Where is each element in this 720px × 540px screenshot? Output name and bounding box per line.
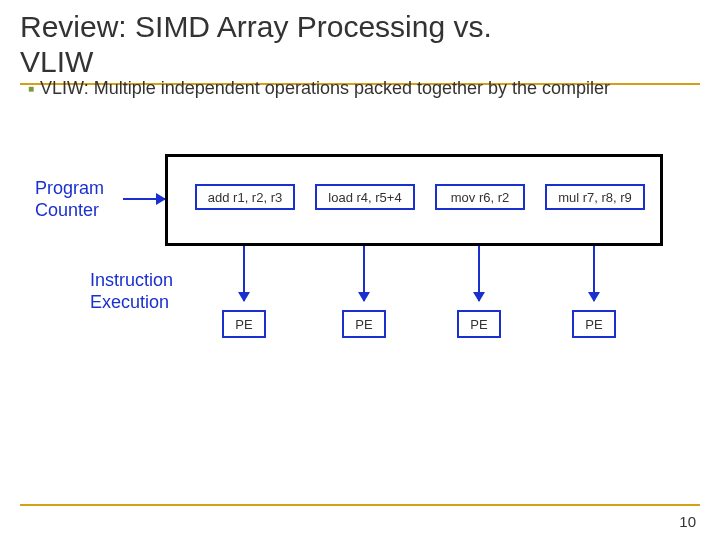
op-mul: mul r7, r8, r9: [545, 184, 645, 210]
label-program: Program: [35, 178, 104, 200]
arrow-to-pe2: [363, 246, 365, 301]
arrow-to-pe4: [593, 246, 595, 301]
bullet-text: ■VLIW: Multiple independent operations p…: [28, 78, 610, 99]
pe-box-3: PE: [457, 310, 501, 338]
program-counter-arrow: [123, 198, 165, 200]
label-counter: Counter: [35, 200, 104, 222]
label-execution: Execution: [90, 292, 173, 314]
title-block: Review: SIMD Array Processing vs. VLIW: [20, 10, 700, 85]
label-instruction: Instruction: [90, 270, 173, 292]
op-load: load r4, r5+4: [315, 184, 415, 210]
arrow-to-pe3: [478, 246, 480, 301]
bullet-icon: ■: [28, 83, 34, 94]
bullet-content: VLIW: Multiple independent operations pa…: [40, 78, 610, 98]
op-mov: mov r6, r2: [435, 184, 525, 210]
program-counter-label: Program Counter: [35, 178, 104, 221]
pe-box-2: PE: [342, 310, 386, 338]
pe-box-1: PE: [222, 310, 266, 338]
slide-title-line2: VLIW: [20, 45, 700, 80]
arrow-to-pe1: [243, 246, 245, 301]
page-number: 10: [679, 513, 696, 530]
instruction-execution-label: Instruction Execution: [90, 270, 173, 313]
op-add: add r1, r2, r3: [195, 184, 295, 210]
slide-title-line1: Review: SIMD Array Processing vs.: [20, 10, 700, 45]
pe-box-4: PE: [572, 310, 616, 338]
footer-divider: [20, 504, 700, 506]
vliw-diagram: Program Counter add r1, r2, r3 load r4, …: [35, 150, 675, 380]
